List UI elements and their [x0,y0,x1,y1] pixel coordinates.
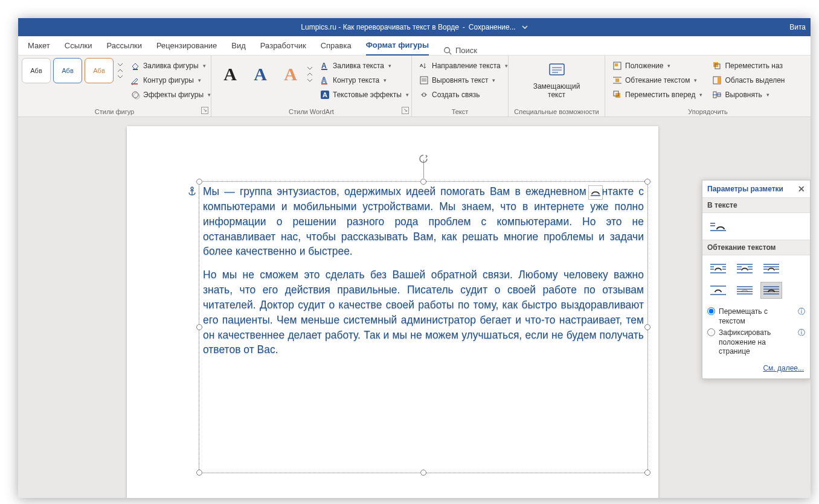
flyout-section-inline: В тексте [702,197,810,213]
paragraph-1: Мы — группа энтузиастов, одержимых идеей… [203,184,644,259]
selected-textbox[interactable]: Мы — группа энтузиастов, одержимых идеей… [199,182,647,473]
text-outline-button[interactable]: A Контур текста▾ [318,74,411,87]
shape-fill-button[interactable]: Заливка фигуры▾ [128,59,213,72]
tab-mailings[interactable]: Рассылки [107,37,142,55]
resize-handle-tl[interactable] [196,179,202,185]
tab-help[interactable]: Справка [321,37,352,55]
shape-style-thumb-3[interactable]: Абв [85,58,114,83]
align-text-button[interactable]: Выровнять текст▾ [417,74,510,87]
group-text: A Направление текста▾ Выровнять текст▾ С… [412,56,509,116]
send-backward-icon [712,61,722,71]
alt-text-button[interactable]: Замещающий текст [532,58,582,102]
tell-me-search[interactable]: Поиск [443,46,477,55]
chevron-down-icon[interactable] [522,24,528,30]
align-text-icon [419,75,429,85]
info-icon[interactable]: ⓘ [798,307,805,317]
tab-developer[interactable]: Разработчик [260,37,306,55]
svg-point-0 [445,47,450,53]
group-wordart-styles: A A A A Заливка текста▾ A [211,56,412,116]
shape-style-thumb-1[interactable]: Абв [22,58,51,83]
wordart-thumb-2[interactable]: A [245,58,275,91]
svg-rect-9 [321,83,327,85]
position-button[interactable]: Положение▾ [610,59,705,72]
wrap-tight[interactable] [734,260,756,277]
align-button[interactable]: Выровнять▾ [710,88,787,101]
letter-effects-icon: A [320,90,330,100]
text-effects-button[interactable]: A Текстовые эффекты▾ [318,88,411,101]
tab-layout[interactable]: Макет [28,37,50,55]
selection-pane-button[interactable]: Область выделен [710,74,787,87]
letter-outline-icon: A [320,75,330,85]
titlebar: Lumpics.ru - Как переворачивать текст в … [18,18,811,36]
user-name[interactable]: Вита [789,23,806,31]
text-fill-button[interactable]: A Заливка текста▾ [318,59,411,72]
flyout-title: Параметры разметки [707,185,783,193]
shape-styles-launcher[interactable]: ↘ [201,107,208,114]
svg-text:A: A [321,76,327,85]
wrap-text-icon [612,75,622,85]
rotation-handle[interactable] [419,154,428,164]
wrap-in-front[interactable] [760,282,782,299]
bring-forward-button[interactable]: Переместить вперед▾ [610,88,705,101]
resize-handle-r[interactable] [644,324,650,330]
radio-fix-position[interactable]: Зафиксировать положение на странице ⓘ [707,328,805,357]
link-icon [419,90,429,100]
ribbon-tabs: Макет Ссылки Рассылки Рецензирование Вид… [18,36,811,56]
flyout-close-button[interactable]: ✕ [798,184,805,194]
svg-rect-2 [133,69,138,70]
effects-icon [130,90,140,100]
paragraph-2: Но мы не сможем это сделать без Вашей об… [203,267,644,357]
wordart-thumb-1[interactable]: A [215,58,245,91]
wrap-through[interactable] [760,260,782,277]
create-link-button[interactable]: Создать связь [417,88,510,101]
resize-handle-b[interactable] [420,470,426,476]
group-shape-styles: Абв Абв Абв Заливка фигуры▾ [18,56,211,116]
svg-point-5 [133,93,140,99]
text-direction-button[interactable]: A Направление текста▾ [417,59,510,72]
resize-handle-l[interactable] [196,324,202,330]
tab-references[interactable]: Ссылки [65,37,92,55]
wordart-gallery-more[interactable] [306,65,314,84]
svg-text:A: A [323,91,327,98]
wrap-top-bottom[interactable] [707,282,729,299]
align-icon [712,90,722,100]
selection-pane-icon [712,75,722,85]
svg-rect-3 [132,83,138,85]
layout-options-flyout: Параметры разметки ✕ В тексте Обтекание … [702,180,811,379]
wordart-launcher[interactable]: ↘ [402,107,409,114]
svg-rect-25 [615,93,620,98]
radio-move-with-text[interactable]: Перемещать с текстом ⓘ [707,307,805,326]
layout-options-tag[interactable] [588,185,603,200]
wrap-inline[interactable] [707,218,729,235]
shape-style-gallery-more[interactable] [116,61,124,80]
resize-handle-br[interactable] [644,470,650,476]
wordart-thumb-3[interactable]: A [275,58,306,91]
app-window: Lumpics.ru - Как переворачивать текст в … [18,18,811,498]
resize-handle-bl[interactable] [196,470,202,476]
group-accessibility: Замещающий текст Специальные возможности [509,56,605,116]
tab-shape-format[interactable]: Формат фигуры [366,37,429,56]
document-canvas[interactable]: Мы — группа энтузиастов, одержимых идеей… [18,117,811,498]
svg-point-34 [191,187,193,190]
resize-handle-tr[interactable] [644,179,650,185]
shape-style-thumb-2[interactable]: Абв [53,58,82,83]
svg-rect-30 [718,77,721,84]
group-arrange: Положение▾ Обтекание текстом▾ Переместит… [605,56,811,116]
textbox-content[interactable]: Мы — группа энтузиастов, одержимых идеей… [203,184,644,470]
pencil-icon [130,75,140,85]
info-icon[interactable]: ⓘ [798,328,805,338]
shape-effects-button[interactable]: Эффекты фигуры▾ [128,88,213,101]
shape-outline-button[interactable]: Контур фигуры▾ [128,74,213,87]
svg-text:A: A [420,63,423,68]
svg-rect-21 [615,63,618,66]
send-backward-button[interactable]: Переместить наз [710,59,787,72]
ribbon: Абв Абв Абв Заливка фигуры▾ [18,56,811,117]
wrap-behind[interactable] [734,282,756,299]
svg-text:A: A [321,62,327,70]
wrap-square[interactable] [707,260,729,277]
wrap-text-button[interactable]: Обтекание текстом▾ [610,74,705,87]
see-more-link[interactable]: См. далее... [763,364,804,372]
tab-view[interactable]: Вид [231,37,246,55]
tab-review[interactable]: Рецензирование [156,37,217,55]
svg-rect-13 [420,77,428,84]
